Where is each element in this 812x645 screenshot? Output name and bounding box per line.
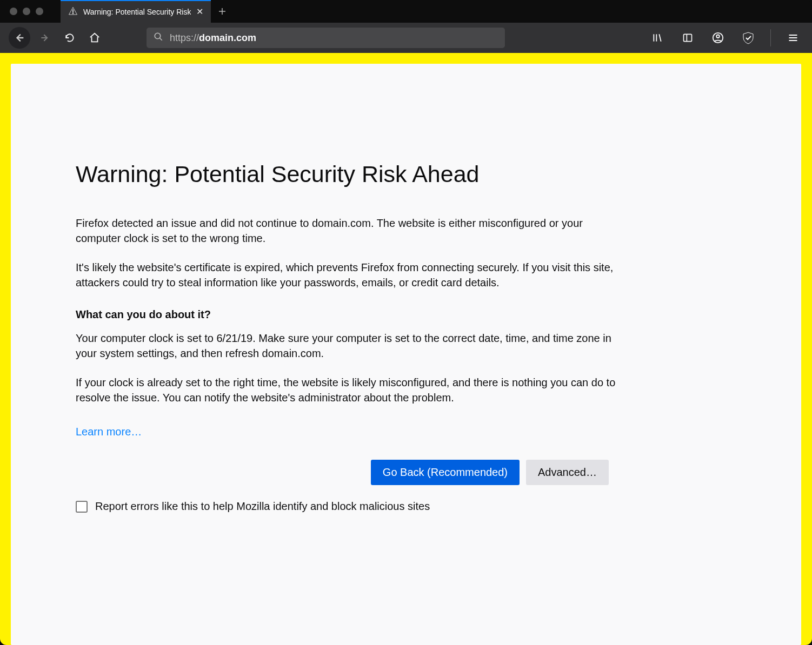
protection-shield-icon[interactable] [738, 28, 758, 48]
what-can-you-do-heading: What can you do about it? [76, 308, 622, 321]
button-row: Go Back (Recommended) Advanced… [76, 460, 622, 485]
url-text: https://domain.com [170, 32, 256, 44]
warning-paragraph-3: Your computer clock is set to 6/21/19. M… [76, 331, 622, 361]
warning-paragraph-2: It's likely the website's certificate is… [76, 260, 622, 290]
toolbar-right-icons [647, 28, 803, 48]
url-protocol: https:// [170, 32, 199, 43]
svg-rect-11 [684, 34, 692, 41]
app-menu-icon[interactable] [783, 28, 803, 48]
sidebar-icon[interactable] [677, 28, 698, 48]
warning-paragraph-4: If your clock is already set to the righ… [76, 375, 622, 405]
svg-rect-0 [72, 10, 74, 12]
report-errors-checkbox[interactable] [76, 501, 88, 513]
search-icon [154, 32, 163, 44]
svg-rect-1 [72, 13, 74, 14]
warning-page: Warning: Potential Security Risk Ahead F… [11, 64, 801, 645]
new-tab-button[interactable] [211, 0, 234, 23]
toolbar-separator [770, 29, 771, 46]
reload-button[interactable] [59, 28, 80, 48]
svg-line-10 [659, 34, 661, 41]
svg-point-14 [716, 35, 720, 38]
go-back-button[interactable]: Go Back (Recommended) [371, 460, 520, 485]
url-domain: domain.com [199, 32, 256, 43]
account-icon[interactable] [708, 28, 728, 48]
url-bar[interactable]: https://domain.com [146, 27, 505, 49]
home-button[interactable] [84, 28, 105, 48]
svg-line-7 [159, 38, 162, 41]
window-titlebar: Warning: Potential Security Risk ✕ [0, 0, 812, 23]
window-minimize-button[interactable] [23, 8, 30, 15]
navigation-toolbar: https://domain.com [0, 23, 812, 53]
window-close-button[interactable] [10, 8, 17, 15]
report-errors-row[interactable]: Report errors like this to help Mozilla … [76, 500, 622, 513]
tab-title: Warning: Potential Security Risk [83, 8, 191, 16]
warning-paragraph-1: Firefox detected an issue and did not co… [76, 216, 622, 246]
window-maximize-button[interactable] [36, 8, 43, 15]
report-errors-label: Report errors like this to help Mozilla … [95, 500, 430, 513]
tab-strip: Warning: Potential Security Risk ✕ [61, 0, 234, 23]
warning-triangle-icon [68, 6, 78, 18]
page-title: Warning: Potential Security Risk Ahead [76, 161, 622, 187]
advanced-button[interactable]: Advanced… [526, 460, 609, 485]
page-viewport: Warning: Potential Security Risk Ahead F… [0, 53, 812, 645]
back-button[interactable] [9, 27, 30, 49]
learn-more-link[interactable]: Learn more… [76, 426, 142, 438]
window-controls [10, 0, 61, 23]
close-tab-icon[interactable]: ✕ [196, 8, 203, 16]
forward-button[interactable] [35, 28, 55, 48]
browser-tab-active[interactable]: Warning: Potential Security Risk ✕ [61, 0, 211, 23]
svg-point-6 [155, 33, 161, 39]
library-icon[interactable] [647, 28, 668, 48]
